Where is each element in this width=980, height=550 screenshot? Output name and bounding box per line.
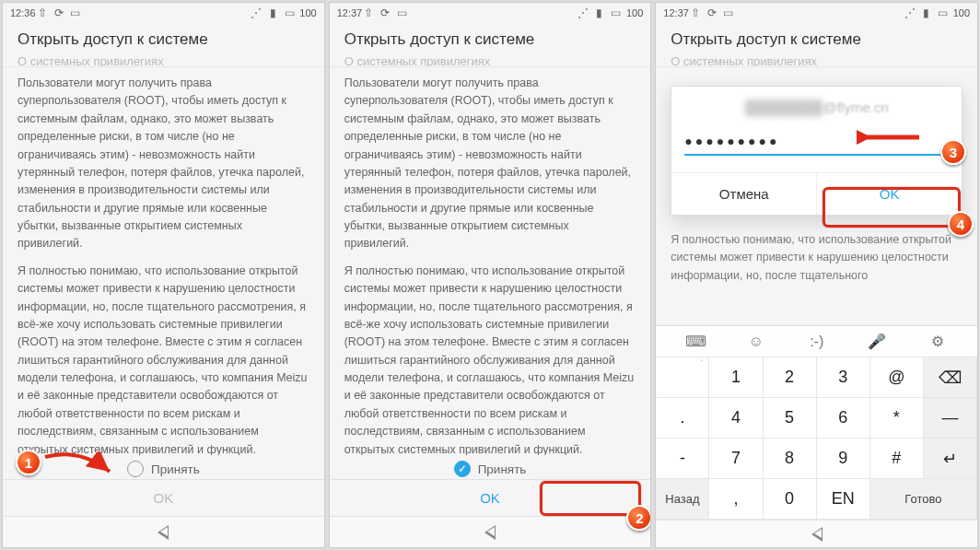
key-0[interactable]: 0 [764, 479, 817, 520]
key-5[interactable]: 5 [764, 398, 817, 439]
wifi-icon: ⋰ [904, 6, 916, 19]
emoji-icon[interactable]: ☺ [726, 334, 787, 350]
subtitle-faded: О системных привилегиях [3, 54, 324, 67]
accept-label: Принять [478, 462, 527, 476]
key-#[interactable]: # [870, 439, 924, 479]
wifi-icon: ⋰ [250, 6, 262, 19]
android-navbar [3, 516, 324, 547]
agreement-para-2: Я полностью понимаю, что использование о… [18, 263, 309, 455]
key-Назад[interactable]: Назад [656, 479, 709, 520]
status-bar: 12:37 ⇧ ⟳ ▭ ⋰ ▮ ▭ 100 [330, 3, 651, 23]
footer-bar: OK [3, 479, 324, 516]
agreement-para-2: Я полностью понимаю, что использование о… [344, 263, 636, 455]
dialog-email: ████████@flyme.cn [671, 87, 962, 119]
key-*[interactable]: * [870, 398, 924, 439]
page-title: Открыть доступ к системе [3, 23, 324, 54]
key-8[interactable]: 8 [764, 439, 817, 479]
status-bar: 12:36 ⇧ ⟳ ▭ ⋰ ▮ ▭ 100 [3, 3, 324, 23]
keyboard-switch-icon[interactable]: ⌨ [665, 333, 726, 350]
annotation-marker-3: 3 [940, 139, 966, 165]
accept-row[interactable]: Принять [330, 455, 651, 479]
annotation-arrow-3 [857, 126, 921, 148]
sdcard-icon: ▭ [722, 6, 735, 19]
key-4[interactable]: 4 [709, 398, 763, 439]
battery-icon: ▭ [937, 6, 950, 19]
key-@[interactable]: @ [870, 357, 924, 398]
key-,[interactable]: , [709, 479, 763, 520]
sdcard-icon: ▭ [69, 6, 82, 19]
signal-icon: ▮ [266, 6, 279, 19]
status-icons-right: ⋰ ▮ ▭ 100 [250, 6, 316, 19]
key-Готово[interactable]: Готово [870, 479, 977, 520]
key-↵[interactable]: ↵ [924, 439, 977, 479]
annotation-marker-2: 2 [626, 505, 651, 531]
agreement-para-2-partial: Я полностью понимаю, что использование о… [671, 231, 962, 285]
status-icons-left: ⇧ ⟳ ▭ [362, 6, 408, 19]
battery-icon: ▭ [610, 6, 623, 19]
password-input[interactable]: ●●●●●●●●● [684, 128, 949, 156]
gear-icon[interactable]: ⚙ [907, 333, 968, 350]
status-icons-left: ⇧ ⟳ ▭ [36, 6, 82, 19]
agreement-para-1: Пользователи могут получить права суперп… [344, 75, 636, 253]
annotation-highlight-dialog-ok [822, 187, 961, 228]
status-time: 12:37 [337, 7, 363, 18]
key-1[interactable]: 1 [709, 357, 763, 398]
key-9[interactable]: 9 [817, 439, 870, 479]
key-.[interactable]: . [656, 398, 709, 439]
upload-icon: ⇧ [36, 6, 49, 19]
page-title: Открыть доступ к системе [330, 23, 651, 54]
mic-icon[interactable]: 🎤 [847, 333, 908, 350]
accept-label: Принять [151, 462, 200, 476]
sdcard-icon: ▭ [395, 6, 408, 19]
dialog-cancel-button[interactable]: Отмена [671, 173, 817, 215]
status-time: 12:37 [663, 7, 689, 18]
annotation-marker-1: 1 [16, 450, 41, 475]
status-icons-right: ⋰ ▮ ▭ 100 [904, 6, 970, 19]
key-—[interactable]: — [924, 398, 977, 439]
battery-pct: 100 [626, 7, 643, 18]
wifi-icon: ⋰ [577, 6, 589, 19]
status-bar: 12:37 ⇧ ⟳ ▭ ⋰ ▮ ▭ 100 [656, 3, 977, 23]
key-⌫[interactable]: ⌫ [924, 357, 977, 398]
page-title: Открыть доступ к системе [656, 23, 977, 54]
upload-icon: ⇧ [689, 6, 702, 19]
smiley-text-icon[interactable]: :-) [787, 334, 847, 350]
accept-radio-checked[interactable] [454, 461, 471, 477]
key-6[interactable]: 6 [817, 398, 870, 439]
annotation-marker-4: 4 [948, 211, 974, 237]
phone-screenshot-3: 12:37 ⇧ ⟳ ▭ ⋰ ▮ ▭ 100 Открыть доступ к с… [655, 2, 978, 548]
accept-radio-unchecked[interactable] [127, 461, 144, 477]
key--[interactable]: - [656, 439, 709, 479]
battery-icon: ▭ [283, 6, 296, 19]
ok-button[interactable]: OK [480, 490, 500, 506]
numeric-keyboard: ⌨ ☺ :-) 🎤 ⚙ `123@⌫.456*—-789#↵Назад,0ENГ… [656, 325, 977, 547]
status-icons-left: ⇧ ⟳ ▭ [689, 6, 735, 19]
keyboard-toolbar: ⌨ ☺ :-) 🎤 ⚙ [656, 326, 977, 357]
back-nav-icon[interactable] [484, 525, 496, 540]
password-masked: ●●●●●●●●● [684, 134, 779, 148]
signal-icon: ▮ [920, 6, 933, 19]
refresh-icon: ⟳ [52, 6, 65, 19]
agreement-para-1: Пользователи могут получить права суперп… [18, 75, 309, 253]
battery-pct: 100 [953, 7, 970, 18]
phone-screenshot-1: 12:36 ⇧ ⟳ ▭ ⋰ ▮ ▭ 100 Открыть доступ к с… [2, 2, 325, 548]
back-nav-icon[interactable] [158, 525, 169, 540]
back-nav-icon[interactable] [811, 527, 822, 542]
upload-icon: ⇧ [362, 6, 375, 19]
keyboard-grid: `123@⌫.456*—-789#↵Назад,0ENГотово [656, 357, 977, 520]
agreement-body: Пользователи могут получить права суперп… [330, 67, 651, 455]
refresh-icon: ⟳ [379, 6, 391, 19]
key-7[interactable]: 7 [709, 439, 763, 479]
key-EN[interactable]: EN [817, 479, 870, 520]
key-3[interactable]: 3 [817, 357, 870, 398]
agreement-body: Пользователи могут получить права суперп… [3, 67, 324, 455]
subtitle-faded: О системных привилегиях [656, 54, 977, 67]
subtitle-faded: О системных привилегиях [330, 54, 651, 67]
key-2[interactable]: 2 [764, 357, 817, 398]
annotation-arrow-1 [43, 451, 117, 481]
ok-button-disabled: OK [153, 490, 173, 506]
status-time: 12:36 [10, 7, 36, 18]
android-navbar [656, 520, 977, 547]
status-icons-right: ⋰ ▮ ▭ 100 [577, 6, 643, 19]
key-`[interactable]: ` [656, 357, 709, 398]
